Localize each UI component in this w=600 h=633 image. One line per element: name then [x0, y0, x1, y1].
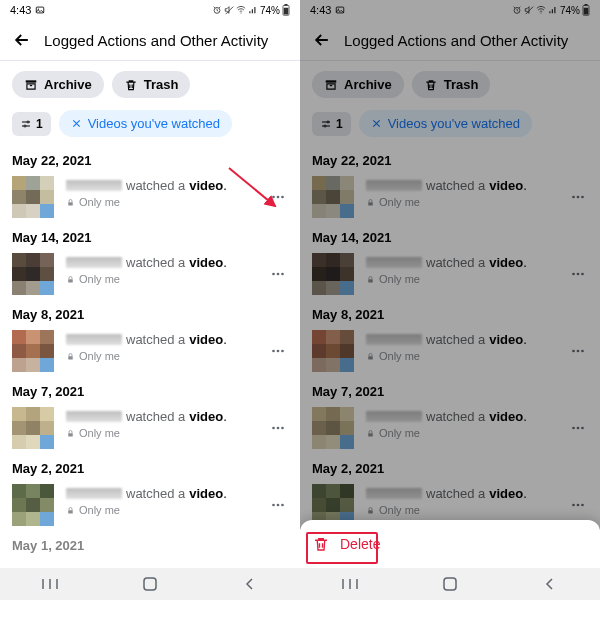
entry-menu-button[interactable] — [564, 414, 592, 442]
svg-rect-99 — [368, 202, 373, 205]
nav-home-button[interactable] — [410, 576, 490, 592]
entry-menu-button[interactable] — [564, 183, 592, 211]
entry-object-word: video — [489, 178, 523, 193]
filter-count-button[interactable]: 1 — [312, 112, 351, 136]
archive-button[interactable]: Archive — [312, 71, 404, 98]
svg-point-74 — [281, 504, 284, 507]
svg-rect-136 — [326, 435, 340, 449]
privacy-label: Only me — [79, 427, 120, 439]
entry-period: . — [223, 332, 227, 347]
entry-body: watched a video. Only me — [66, 407, 264, 439]
entry-text: watched a video. — [66, 409, 264, 424]
svg-rect-56 — [26, 435, 40, 449]
entry-menu-button[interactable] — [564, 337, 592, 365]
back-arrow-icon[interactable] — [312, 30, 332, 50]
svg-rect-94 — [326, 190, 340, 204]
image-icon — [335, 5, 345, 15]
activity-entry[interactable]: watched avideo. Only me — [300, 326, 600, 376]
filter-chip-label: Videos you've watched — [388, 116, 520, 131]
privacy-row: Only me — [366, 196, 564, 208]
privacy-label: Only me — [379, 196, 420, 208]
svg-point-152 — [572, 504, 575, 507]
entry-menu-button[interactable] — [564, 491, 592, 519]
lock-icon — [366, 506, 375, 515]
activity-entry[interactable]: watched avideo. Only me — [300, 403, 600, 453]
svg-rect-106 — [312, 267, 326, 281]
entry-body: watched a video. Only me — [66, 330, 264, 362]
activity-entry[interactable]: watched a video. Only me — [0, 172, 300, 222]
trash-button[interactable]: Trash — [112, 71, 191, 98]
entry-action-text: watched a — [426, 332, 485, 347]
status-bar: 4:43 74% — [300, 0, 600, 20]
activity-entry[interactable]: watched a video. Only me — [0, 249, 300, 299]
entry-action-text: watched a — [426, 486, 485, 501]
delete-action[interactable]: Delete — [312, 535, 380, 553]
svg-rect-30 — [26, 281, 40, 295]
filter-count-button[interactable]: 1 — [12, 112, 51, 136]
svg-point-115 — [581, 273, 584, 276]
back-arrow-icon[interactable] — [12, 30, 32, 50]
filter-chip[interactable]: Videos you've watched — [59, 110, 232, 137]
svg-rect-25 — [40, 253, 54, 267]
svg-point-47 — [277, 350, 280, 353]
activity-entry[interactable]: watched a video. Only me — [0, 480, 300, 530]
activity-entry[interactable]: watched a video. Only me — [0, 403, 300, 453]
archive-button[interactable]: Archive — [12, 71, 104, 98]
signal-icon — [248, 5, 258, 15]
svg-point-60 — [277, 427, 280, 430]
svg-rect-87 — [326, 80, 337, 82]
date-header: May 8, 2021 — [0, 299, 300, 326]
entry-menu-button[interactable] — [264, 491, 292, 519]
status-battery-pct: 74% — [260, 5, 280, 16]
user-name-redacted — [66, 180, 122, 191]
video-thumbnail — [12, 176, 54, 218]
video-thumbnail — [12, 484, 54, 526]
nav-recent-button[interactable] — [310, 577, 390, 591]
svg-rect-147 — [340, 498, 354, 512]
trash-icon — [124, 78, 138, 92]
svg-point-33 — [272, 273, 275, 276]
nav-back-button[interactable] — [510, 577, 590, 591]
trash-icon — [424, 78, 438, 92]
entry-action-text: watched a — [126, 178, 185, 193]
entry-action-text: watched a — [126, 409, 185, 424]
activity-entry[interactable]: watched avideo. Only me — [300, 249, 600, 299]
svg-rect-45 — [68, 356, 73, 359]
activity-entry[interactable]: watched avideo. Only me — [300, 172, 600, 222]
lock-icon — [66, 429, 75, 438]
svg-rect-42 — [12, 358, 26, 372]
date-header: May 14, 2021 — [0, 222, 300, 249]
entry-object-word: video — [489, 332, 523, 347]
svg-point-21 — [277, 196, 280, 199]
svg-point-48 — [281, 350, 284, 353]
entry-menu-button[interactable] — [564, 260, 592, 288]
svg-rect-18 — [40, 204, 54, 218]
filter-chip[interactable]: Videos you've watched — [359, 110, 532, 137]
svg-rect-24 — [26, 253, 40, 267]
image-icon — [35, 5, 45, 15]
entry-menu-button[interactable] — [264, 337, 292, 365]
nav-back-icon — [543, 577, 557, 591]
actions-row: Archive Trash — [300, 61, 600, 108]
entry-menu-button[interactable] — [264, 260, 292, 288]
nav-back-button[interactable] — [210, 577, 290, 591]
nav-recent-button[interactable] — [10, 577, 90, 591]
svg-rect-121 — [340, 344, 354, 358]
svg-rect-122 — [312, 358, 326, 372]
svg-rect-133 — [326, 421, 340, 435]
entry-menu-button[interactable] — [264, 183, 292, 211]
filter-row: 1 Videos you've watched — [0, 108, 300, 145]
svg-rect-65 — [12, 498, 26, 512]
trash-button[interactable]: Trash — [412, 71, 491, 98]
nav-home-button[interactable] — [110, 576, 190, 592]
entry-action-text: watched a — [426, 409, 485, 424]
archive-icon — [324, 78, 338, 92]
svg-rect-143 — [326, 484, 340, 498]
entry-menu-button[interactable] — [264, 414, 292, 442]
svg-point-83 — [540, 12, 541, 13]
svg-point-22 — [281, 196, 284, 199]
activity-entry[interactable]: watched a video. Only me — [0, 326, 300, 376]
svg-rect-66 — [26, 498, 40, 512]
svg-rect-62 — [12, 484, 26, 498]
entry-body: watched a video. Only me — [66, 253, 264, 285]
